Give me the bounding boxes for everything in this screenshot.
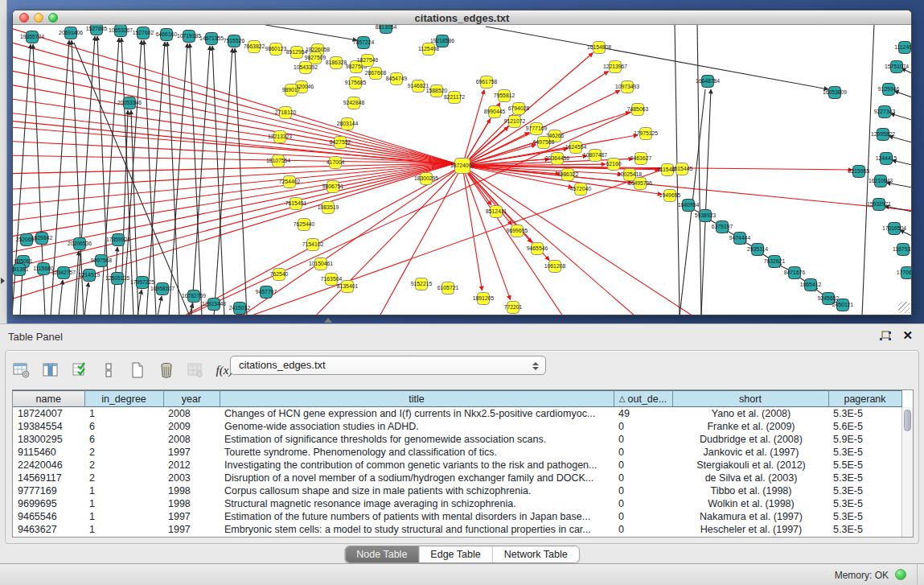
cell-out_de[interactable]: 0 — [614, 459, 672, 472]
cell-title[interactable]: Disruption of a novel member of a sodium… — [220, 472, 614, 484]
table-row[interactable]: 969969511998Structural magnetic resonanc… — [13, 497, 901, 510]
cell-short[interactable]: de Silva et al. (2003) — [672, 472, 828, 484]
network-window-titlebar[interactable]: citations_edges.txt — [13, 10, 911, 25]
cell-out_de[interactable]: 0 — [614, 446, 672, 459]
split-pane-expand-icon[interactable] — [324, 318, 332, 323]
table-row[interactable]: 911546021997Tourette syndrome. Phenomeno… — [13, 446, 901, 459]
cell-out_de[interactable]: 0 — [614, 433, 672, 446]
cell-in_degree[interactable]: 1 — [84, 407, 163, 420]
cell-year[interactable]: 2012 — [163, 459, 220, 472]
cell-year[interactable]: 2003 — [163, 472, 220, 484]
cell-in_degree[interactable]: 6 — [84, 420, 163, 433]
show-columns-icon[interactable] — [41, 360, 60, 380]
cell-year[interactable]: 1997 — [163, 446, 220, 459]
cell-name[interactable]: 9699695 — [13, 497, 84, 510]
cell-title[interactable]: Genome-wide association studies in ADHD. — [220, 420, 614, 433]
table-row[interactable]: 1872400712008Changes of HCN gene express… — [13, 407, 901, 420]
cell-short[interactable]: Franke et al. (2009) — [672, 420, 828, 433]
cell-pagerank[interactable]: 5.3E-5 — [828, 472, 901, 484]
cell-in_degree[interactable]: 2 — [84, 472, 163, 484]
cell-title[interactable]: Investigating the contribution of common… — [220, 459, 614, 472]
cell-year[interactable]: 2009 — [163, 420, 220, 433]
table-mode-icon[interactable] — [12, 360, 31, 380]
cell-pagerank[interactable]: 5.6E-5 — [828, 420, 901, 433]
column-header-in_degree[interactable]: in_degree — [84, 391, 163, 407]
cell-short[interactable]: Nakamura et al. (1997) — [672, 510, 828, 523]
create-column-icon[interactable] — [128, 360, 147, 380]
table-scrollbar-thumb[interactable] — [904, 410, 911, 431]
cell-short[interactable]: Hescheler et al. (1997) — [672, 523, 828, 536]
window-resize-grip[interactable] — [898, 302, 910, 313]
column-header-year[interactable]: year — [163, 391, 220, 407]
cell-name[interactable]: 14569117 — [13, 472, 84, 484]
cell-out_de[interactable]: 0 — [614, 472, 672, 484]
control-panel-splitter[interactable] — [0, 0, 7, 323]
cell-title[interactable]: Estimation of the future numbers of pati… — [220, 510, 614, 523]
table-row[interactable]: 946554611997Estimation of the future num… — [13, 510, 901, 523]
cell-pagerank[interactable]: 5.3E-5 — [828, 510, 901, 523]
delete-table-icon[interactable] — [186, 360, 205, 380]
table-selector-dropdown[interactable]: citations_edges.txt — [230, 356, 546, 375]
cell-title[interactable]: Estimation of significance thresholds fo… — [220, 433, 614, 446]
cell-name[interactable]: 22420046 — [13, 459, 84, 472]
cell-pagerank[interactable]: 5.3E-5 — [828, 484, 901, 497]
cell-year[interactable]: 2008 — [163, 433, 220, 446]
cell-name[interactable]: 9463627 — [13, 523, 84, 536]
citation-network-graph[interactable]: 1935572420691406152780510653267152760264… — [13, 25, 911, 315]
table-row[interactable]: 946362711997Embryonic stem cells: a mode… — [13, 523, 901, 536]
cell-title[interactable]: Structural magnetic resonance image aver… — [220, 497, 614, 510]
cell-year[interactable]: 2008 — [163, 407, 220, 420]
cell-name[interactable]: 18300295 — [13, 433, 84, 446]
cell-out_de[interactable]: 0 — [614, 523, 672, 536]
column-header-name[interactable]: name — [13, 391, 84, 407]
tab-edge-table[interactable]: Edge Table — [419, 546, 492, 562]
cell-short[interactable]: Dudbridge et al. (2008) — [672, 433, 828, 446]
cell-in_degree[interactable]: 2 — [84, 446, 163, 459]
cell-out_de[interactable]: 0 — [614, 484, 672, 497]
select-all-icon[interactable] — [70, 360, 89, 380]
cell-year[interactable]: 1997 — [163, 510, 220, 523]
cell-short[interactable]: Stergiakouli et al. (2012) — [672, 459, 828, 472]
column-header-out_de[interactable]: △out_de... — [614, 391, 672, 407]
cell-in_degree[interactable]: 6 — [84, 433, 163, 446]
cell-name[interactable]: 19384554 — [13, 420, 84, 433]
cell-short[interactable]: Wolkin et al. (1998) — [672, 497, 828, 510]
cell-pagerank[interactable]: 5.3E-5 — [828, 523, 901, 536]
cell-name[interactable]: 9465546 — [13, 510, 84, 523]
cell-pagerank[interactable]: 5.3E-5 — [828, 407, 901, 420]
cell-out_de[interactable]: 0 — [614, 497, 672, 510]
cell-short[interactable]: Tibbo et al. (1998) — [672, 484, 828, 497]
delete-column-icon[interactable] — [157, 360, 176, 380]
cell-in_degree[interactable]: 1 — [84, 484, 163, 497]
tab-node-table[interactable]: Node Table — [345, 546, 419, 562]
cell-out_de[interactable]: 49 — [614, 407, 672, 420]
column-header-pagerank[interactable]: pagerank — [828, 391, 901, 407]
cell-pagerank[interactable]: 5.3E-5 — [828, 446, 901, 459]
table-row[interactable]: 1938455462009Genome-wide association stu… — [13, 420, 901, 433]
cell-pagerank[interactable]: 5.3E-5 — [828, 497, 901, 510]
cell-title[interactable]: Embryonic stem cells: a model to study s… — [220, 523, 614, 536]
splitter-collapse-icon[interactable] — [1, 278, 5, 284]
cell-title[interactable]: Changes of HCN gene expression and I(f) … — [220, 407, 614, 420]
cell-name[interactable]: 9777169 — [13, 484, 84, 497]
network-canvas[interactable]: 1935572420691406152780510653267152760264… — [13, 25, 911, 315]
cell-year[interactable]: 1998 — [163, 484, 220, 497]
table-scrollbar[interactable] — [901, 407, 913, 537]
cell-short[interactable]: Jankovic et al. (1997) — [672, 446, 828, 459]
cell-title[interactable]: Tourette syndrome. Phenomenology and cla… — [220, 446, 614, 459]
cell-out_de[interactable]: 0 — [614, 420, 672, 433]
tab-network-table[interactable]: Network Table — [493, 546, 579, 562]
cell-title[interactable]: Corpus callosum shape and size in male p… — [220, 484, 614, 497]
cell-short[interactable]: Yano et al. (2008) — [672, 407, 828, 420]
cell-name[interactable]: 18724007 — [13, 407, 84, 420]
cell-pagerank[interactable]: 5.9E-5 — [828, 433, 901, 446]
table-row[interactable]: 1830029562008Estimation of significance … — [13, 433, 901, 446]
column-header-title[interactable]: title — [220, 391, 614, 407]
unselect-all-icon[interactable] — [99, 360, 118, 380]
cell-in_degree[interactable]: 1 — [84, 523, 163, 536]
table-row[interactable]: 977716911998Corpus callosum shape and si… — [13, 484, 901, 497]
cell-pagerank[interactable]: 5.5E-5 — [828, 459, 901, 472]
cell-year[interactable]: 1997 — [163, 523, 220, 536]
cell-in_degree[interactable]: 2 — [84, 459, 163, 472]
table-row[interactable]: 2242004622012Investigating the contribut… — [13, 459, 901, 472]
